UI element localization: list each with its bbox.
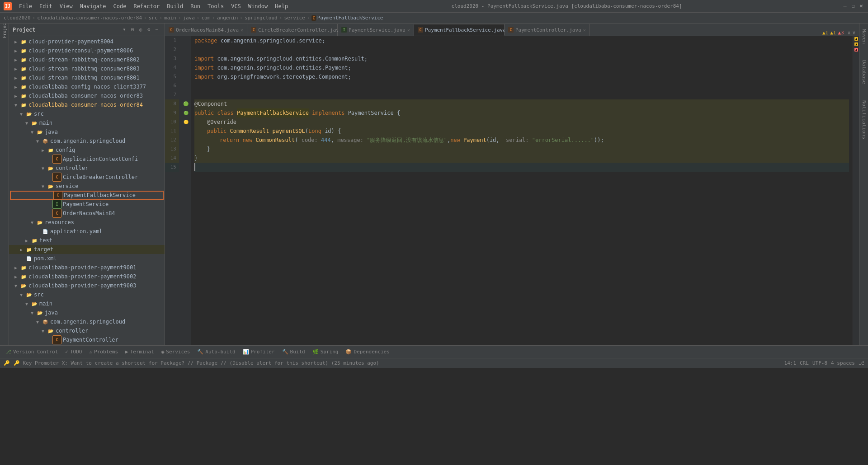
project-locate-icon[interactable]: ◎: [137, 26, 145, 34]
tree-item-consumer8801[interactable]: ▶ 📁 cloud-stream-rabbitmq-consumer8801: [9, 73, 165, 82]
maximize-button[interactable]: □: [850, 3, 856, 9]
tree-item-nacos83[interactable]: ▶ 📁 cloudalibaba-consumer-nacos-order83: [9, 91, 165, 100]
bottom-tab-build[interactable]: 🔨 Build: [278, 346, 309, 358]
tree-item-main9003[interactable]: ▼ 📂 main: [9, 299, 165, 308]
breadcrumb-item-module[interactable]: cloudalibaba-consumer-nacos-order84: [37, 15, 142, 21]
breadcrumb-item-angenin[interactable]: angenin: [217, 15, 238, 21]
folder-icon: 📂: [20, 282, 27, 289]
tree-item-controller84[interactable]: ▼ 📂 controller: [9, 164, 165, 173]
services-icon: ◉: [161, 349, 165, 355]
tab-close-icon[interactable]: ✕: [241, 28, 243, 33]
tree-item-appcontext84[interactable]: C ApplicationContextConfi: [9, 155, 165, 164]
bottom-tab-version-control[interactable]: ⎇ Version Control: [2, 346, 61, 358]
tree-item-src9003[interactable]: ▼ 📂 src: [9, 290, 165, 299]
tab-close-icon[interactable]: ✕: [583, 28, 586, 33]
project-icon[interactable]: Project: [0, 25, 9, 33]
tree-item-paymentservice84[interactable]: I PaymentService: [9, 200, 165, 209]
bottom-tab-profiler[interactable]: 📊 Profiler: [239, 346, 278, 358]
tree-item-test84[interactable]: ▶ 📁 test: [9, 236, 165, 245]
tree-item-consumer8802[interactable]: ▶ 📁 cloud-stream-rabbitmq-consumer8802: [9, 55, 165, 64]
tab-ordernacosmain[interactable]: C OrderNacosMain84.java ✕: [165, 24, 247, 36]
code-editor[interactable]: 1 2 3 4 5 6 7 8 9 10 11 12 13 14 15: [165, 36, 859, 345]
right-tab-notifications[interactable]: Notifications: [859, 97, 868, 143]
breadcrumb-item-cloud2020[interactable]: cloud2020: [4, 15, 31, 21]
breadcrumb-item-service[interactable]: service: [284, 15, 305, 21]
menu-run[interactable]: Run: [187, 2, 204, 10]
tabs-bar: C OrderNacosMain84.java ✕ C CircleBreake…: [165, 23, 859, 36]
bottom-tab-problems[interactable]: ⚠ Problems: [85, 346, 122, 358]
tree-item-circlebreaker84[interactable]: C CircleBreakerController: [9, 173, 165, 182]
project-settings-icon[interactable]: ⚙: [145, 26, 153, 34]
tree-item-pom84[interactable]: 📄 pom.xml: [9, 254, 165, 263]
tree-item-paymentfallback84[interactable]: C PaymentFallbackService: [10, 191, 164, 200]
tree-item-target84[interactable]: ▶ 📁 target: [9, 245, 165, 254]
tree-item-controller9003[interactable]: ▼ 📂 controller: [9, 326, 165, 335]
breadcrumb-sep: ›: [307, 15, 310, 21]
menu-edit[interactable]: Edit: [36, 2, 56, 10]
project-collapse-all-icon[interactable]: ⊟: [128, 26, 137, 34]
tree-item-package9003[interactable]: ▼ 📦 com.angenin.springcloud: [9, 317, 165, 326]
menu-build[interactable]: Build: [163, 2, 187, 10]
tree-item-payment9002[interactable]: ▶ 📁 cloudalibaba-provider-payment9002: [9, 272, 165, 281]
menu-tools[interactable]: Tools: [204, 2, 227, 10]
tree-item-consumer8803[interactable]: ▶ 📁 cloud-stream-rabbitmq-consumer8803: [9, 64, 165, 73]
tree-item-nacos84[interactable]: ▼ 📁 cloudalibaba-consumer-nacos-order84: [9, 100, 165, 109]
tree-item-payment9001[interactable]: ▶ 📁 cloudalibaba-provider-payment9001: [9, 263, 165, 272]
folder-icon: 📁: [25, 246, 33, 253]
tree-item-java9003[interactable]: ▼ 📂 java: [9, 308, 165, 317]
menu-vcs[interactable]: VCS: [227, 2, 245, 10]
tree-item-resources84[interactable]: ▼ 📂 resources: [9, 218, 165, 227]
problems-icon: ⚠: [89, 349, 92, 355]
tree-item-payment9003[interactable]: ▼ 📂 cloudalibaba-provider-payment9003: [9, 281, 165, 290]
tree-item-service84[interactable]: ▼ 📂 service: [9, 182, 165, 191]
breadcrumb-item-main[interactable]: main: [164, 15, 176, 21]
breadcrumb-item-java[interactable]: java: [183, 15, 195, 21]
tab-paymentservice[interactable]: I PaymentService.java ✕: [338, 24, 414, 36]
tab-paymentcontroller[interactable]: C PaymentController.java ✕: [505, 24, 590, 36]
bottom-tab-services[interactable]: ◉ Services: [158, 346, 194, 358]
tree-item-label: OrderNacosMain84: [63, 210, 115, 216]
code-content[interactable]: package com.angenin.springcloud.service;…: [191, 36, 853, 345]
tree-item-main84[interactable]: ▼ 📂 main: [9, 118, 165, 127]
breadcrumb-item-src[interactable]: src: [149, 15, 158, 21]
tree-item-ordernacos84[interactable]: C OrderNacosMain84: [9, 209, 165, 218]
breadcrumb-sep: ›: [240, 15, 243, 21]
breadcrumb-item-file[interactable]: CPaymentFallbackService: [311, 15, 383, 21]
tree-item-java84[interactable]: ▼ 📂 java: [9, 127, 165, 136]
bottom-tab-dependencies[interactable]: 📦 Dependencies: [342, 346, 393, 358]
menu-file[interactable]: File: [15, 2, 36, 10]
menu-refactor[interactable]: Refactor: [130, 2, 163, 10]
breadcrumb-item-springcloud[interactable]: springcloud: [245, 15, 278, 21]
tab-close-icon[interactable]: ✕: [407, 28, 410, 33]
bottom-tab-autobuild[interactable]: 🔨 Auto-build: [193, 346, 239, 358]
tree-item-src84[interactable]: ▼ 📂 src: [9, 109, 165, 118]
tree-item-nacos3377[interactable]: ▶ 📁 cloudalibaba-config-nacos-client3377: [9, 82, 165, 91]
menu-view[interactable]: View: [56, 2, 76, 10]
tree-item-paymentcontroller9003[interactable]: C PaymentController: [9, 335, 165, 344]
project-more-icon[interactable]: ⋯: [153, 26, 161, 34]
cursor-position: 14:1: [784, 360, 797, 366]
tree-item-yaml84[interactable]: 📄 application.yaml: [9, 227, 165, 236]
tree-item-config84[interactable]: ▶ 📁 config: [9, 146, 165, 155]
tree-item-label: cloud-providerconsul-payment8006: [28, 47, 133, 54]
right-tab-database[interactable]: Database: [859, 56, 868, 88]
project-dropdown-icon[interactable]: ▼: [120, 26, 128, 34]
menu-window[interactable]: Window: [245, 2, 271, 10]
tree-item-payment8006[interactable]: ▶ 📁 cloud-providerconsul-payment8006: [9, 46, 165, 55]
right-tab-maven[interactable]: Maven: [859, 25, 868, 47]
bottom-tab-todo[interactable]: ✓ TODO: [61, 346, 85, 358]
tree-item-package84[interactable]: ▼ 📦 com.angenin.springcloud: [9, 136, 165, 146]
minimize-button[interactable]: ─: [842, 3, 848, 9]
bottom-tab-terminal[interactable]: ▶ Terminal: [122, 346, 158, 358]
menu-help[interactable]: Help: [271, 2, 292, 10]
menu-navigate[interactable]: Navigate: [76, 2, 110, 10]
breadcrumb-item-com[interactable]: com: [201, 15, 210, 21]
bottom-tab-spring[interactable]: 🌿 Spring: [309, 346, 342, 358]
tab-circlebreaker[interactable]: C CircleBreakerController.java ✕: [247, 24, 338, 36]
tree-item-payment8004[interactable]: ▶ 📁 cloud-provider-payment8004: [9, 37, 165, 46]
close-button[interactable]: ✕: [858, 3, 864, 9]
project-panel-title: Project: [13, 27, 120, 33]
menu-code[interactable]: Code: [110, 2, 130, 10]
tab-paymentfallback[interactable]: C PaymentFallbackService.java ✕: [414, 24, 505, 36]
bottom-tab-label: Dependencies: [354, 349, 389, 355]
